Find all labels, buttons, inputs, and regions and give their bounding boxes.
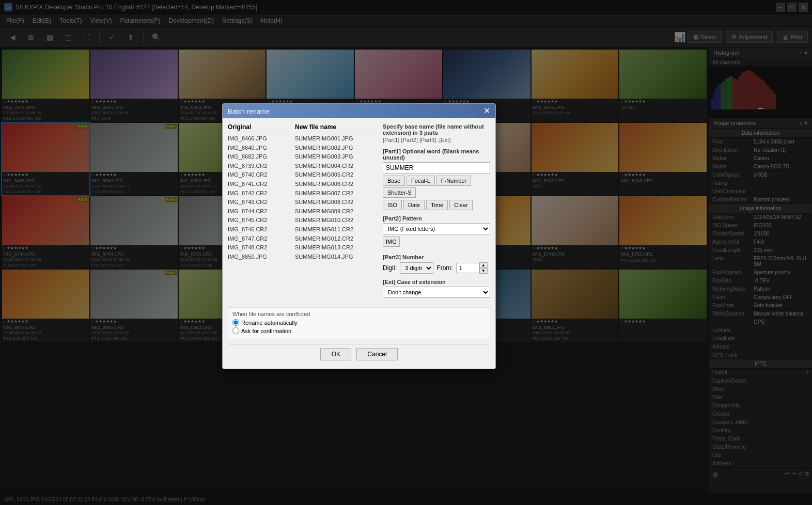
rename-auto-label: Rename automatically	[241, 320, 298, 326]
list-item: IMG_8640.JPG	[228, 144, 290, 153]
list-item: SUMMERIMG005.CR2	[295, 170, 378, 180]
part-format-label: [Part1] [Part2] [Part3] .[Ext]	[383, 137, 490, 143]
list-item: IMG_8739.CR2	[228, 162, 290, 171]
ext-section: [Ext] Case of extension Don't change Low…	[383, 279, 490, 298]
list-item: SUMMERIMG003.JPG	[295, 152, 378, 162]
rename-auto-row: Rename automatically	[232, 319, 486, 326]
new-filename-header: New file name	[295, 123, 378, 132]
original-file-list: IMG_8466.JPG IMG_8640.JPG IMG_8682.JPG I…	[228, 134, 290, 261]
spinner-controls: ▲ ▼	[479, 262, 488, 274]
original-header: Original	[228, 123, 290, 132]
list-item: IMG_8741.CR2	[228, 180, 290, 189]
spinner-up-btn[interactable]: ▲	[479, 262, 488, 268]
list-item: IMG_8682.JPG	[228, 152, 290, 162]
ask-confirm-row: Ask for confirmation	[232, 327, 486, 334]
list-item: SUMMERIMG011.CR2	[295, 225, 378, 234]
clear-btn[interactable]: Clear	[449, 200, 472, 210]
part1-input[interactable]	[383, 162, 490, 173]
original-column: Original IMG_8466.JPG IMG_8640.JPG IMG_8…	[228, 123, 290, 303]
shutter-s-btn[interactable]: Shutter-S	[383, 187, 416, 198]
digit-label: Digit:	[383, 264, 397, 272]
part2-dropdown[interactable]: IMG (Fixed letters) Date Time Shutter sp…	[383, 223, 490, 234]
new-filename-column: New file name SUMMERIMG001.JPG SUMMERIMG…	[295, 123, 378, 303]
batch-rename-dialog: Batch rename ✕ Original IMG_8466.JPG IMG…	[222, 103, 496, 369]
rename-auto-radio[interactable]	[232, 319, 239, 326]
new-file-list: SUMMERIMG001.JPG SUMMERIMG002.JPG SUMMER…	[295, 134, 378, 261]
ext-dropdown[interactable]: Don't change Lowercase Uppercase	[383, 287, 490, 298]
options-column: Specify base name (file name without ext…	[383, 123, 490, 303]
ext-label: [Ext] Case of extension	[383, 279, 490, 285]
ok-button[interactable]: OK	[320, 348, 351, 360]
from-input[interactable]	[456, 263, 479, 273]
cancel-button[interactable]: Cancel	[356, 348, 397, 360]
list-item: IMG_8466.JPG	[228, 134, 290, 144]
specify-label: Specify base name (file name without ext…	[383, 123, 490, 136]
ok-cancel-row: OK Cancel	[228, 344, 490, 364]
part2-label: [Part2] Pattern	[383, 215, 490, 222]
list-item: SUMMERIMG001.JPG	[295, 134, 378, 144]
date-btn[interactable]: Date	[403, 200, 425, 210]
list-item: SUMMERIMG013.CR2	[295, 243, 378, 253]
focal-l-btn[interactable]: Focal-L	[407, 176, 435, 186]
list-item: IMG_8742.CR2	[228, 189, 290, 198]
conflict-label: When file names are conflicted	[232, 311, 486, 317]
dialog-body: Original IMG_8466.JPG IMG_8640.JPG IMG_8…	[223, 118, 495, 369]
from-label: From:	[436, 264, 452, 272]
digit-select[interactable]: 3 digits 4 digits 5 digits	[400, 262, 433, 274]
part3-section: [Part3] Number Digit: 3 digits 4 digits …	[383, 254, 490, 274]
list-item: IMG_8740.CR2	[228, 170, 290, 180]
from-spinner: ▲ ▼	[456, 262, 488, 274]
f-number-btn[interactable]: F-Number	[436, 176, 472, 186]
modal-overlay: Batch rename ✕ Original IMG_8466.JPG IMG…	[0, 0, 812, 505]
list-item: IMG_8746.CR2	[228, 225, 290, 234]
dialog-close-btn[interactable]: ✕	[483, 107, 490, 115]
list-item: SUMMERIMG008.CR2	[295, 198, 378, 207]
list-item: SUMMERIMG012.CR2	[295, 234, 378, 244]
part2-section: [Part2] Pattern IMG (Fixed letters) Date…	[383, 215, 490, 249]
part2-fixed-text: IMG	[383, 236, 400, 247]
part1-section: [Part1] Optional word (Blank means unuse…	[383, 148, 490, 210]
ask-confirm-label: Ask for confirmation	[241, 328, 291, 334]
list-item: IMG_8850.JPG	[228, 253, 290, 262]
list-item: SUMMERIMG014.JPG	[295, 253, 378, 262]
conflict-section: When file names are conflicted Rename au…	[228, 307, 490, 339]
dialog-columns: Original IMG_8466.JPG IMG_8640.JPG IMG_8…	[228, 123, 490, 303]
dialog-title: Batch rename	[228, 107, 270, 115]
list-item: SUMMERIMG004.CR2	[295, 162, 378, 171]
list-item: IMG_8743.CR2	[228, 198, 290, 207]
spinner-down-btn[interactable]: ▼	[479, 268, 488, 274]
list-item: SUMMERIMG010.CR2	[295, 216, 378, 225]
list-item: SUMMERIMG009.CR2	[295, 207, 378, 216]
base-btn[interactable]: Base	[383, 176, 405, 186]
list-item: SUMMERIMG006.CR2	[295, 180, 378, 189]
dialog-title-bar: Batch rename ✕	[223, 104, 495, 118]
ask-confirm-radio[interactable]	[232, 327, 239, 334]
part1-label: [Part1] Optional word (Blank means unuse…	[383, 148, 490, 161]
list-item: SUMMERIMG002.JPG	[295, 144, 378, 153]
list-item: IMG_8747.CR2	[228, 234, 290, 244]
part3-label: [Part3] Number	[383, 254, 490, 260]
list-item: IMG_8744.CR2	[228, 207, 290, 216]
specify-section: Specify base name (file name without ext…	[383, 123, 490, 143]
list-item: IMG_8745.CR2	[228, 216, 290, 225]
digit-row: Digit: 3 digits 4 digits 5 digits From: …	[383, 262, 490, 274]
time-btn[interactable]: Time	[426, 200, 448, 210]
list-item: IMG_8748.CR2	[228, 243, 290, 253]
iso-btn[interactable]: ISO	[383, 200, 402, 210]
part1-buttons-2: ISO Date Time Clear	[383, 200, 490, 210]
list-item: SUMMERIMG007.CR2	[295, 189, 378, 198]
part1-buttons: Base Focal-L F-Number Shutter-S	[383, 176, 490, 198]
